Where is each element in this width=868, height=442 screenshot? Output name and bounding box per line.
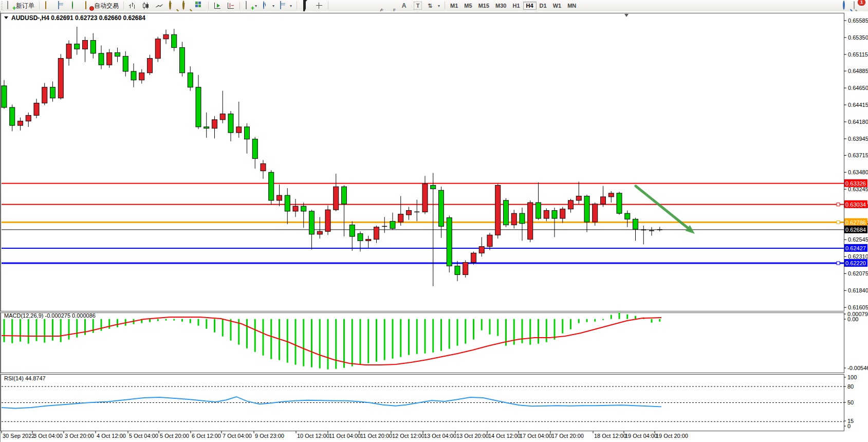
profile-button[interactable] — [42, 0, 55, 11]
arrows-icon: ⇅ — [428, 2, 436, 10]
chart-shift-icon — [227, 2, 235, 10]
svg-text:0.65115: 0.65115 — [848, 51, 868, 58]
periods-button[interactable]: ▾ — [260, 0, 277, 11]
svg-text:0.61605: 0.61605 — [848, 304, 868, 310]
timeframe-m5[interactable]: M5 — [461, 2, 475, 10]
svg-text:0.65350: 0.65350 — [848, 34, 868, 41]
toolbar-grip[interactable] — [1, 2, 3, 10]
svg-text:13 Oct 04:00: 13 Oct 04:00 — [424, 433, 456, 439]
new-order-label: 新订单 — [16, 2, 34, 10]
svg-text:0.63945: 0.63945 — [848, 136, 868, 142]
cursor-button[interactable] — [299, 0, 312, 11]
autotrading-icon — [85, 1, 86, 9]
svg-text:0.62075: 0.62075 — [848, 270, 868, 277]
chart-window[interactable]: 0.655850.653500.651150.648850.646500.644… — [0, 11, 868, 442]
search-button[interactable] — [842, 2, 851, 10]
svg-text:10 Oct 12:00: 10 Oct 12:00 — [297, 433, 329, 439]
svg-text:0.63715: 0.63715 — [848, 152, 868, 158]
svg-text:17 Oct 04:00: 17 Oct 04:00 — [520, 433, 552, 439]
svg-text:17 Oct 20:00: 17 Oct 20:00 — [551, 433, 584, 439]
terminal-icon — [58, 1, 59, 9]
svg-text:0.62427: 0.62427 — [845, 245, 866, 251]
zoom-out-button[interactable]: − — [179, 0, 193, 11]
indicators-icon — [246, 1, 247, 9]
timeframe-w1[interactable]: W1 — [550, 2, 565, 10]
timeframe-mn[interactable]: MN — [564, 2, 579, 10]
candlestick-icon — [142, 2, 150, 10]
svg-text:12 Oct 12:00: 12 Oct 12:00 — [392, 433, 424, 439]
svg-text:19 Oct 20:00: 19 Oct 20:00 — [656, 433, 688, 439]
timeframe-m15[interactable]: M15 — [475, 2, 492, 10]
bar-chart-button[interactable] — [126, 0, 139, 11]
svg-text:0.62786: 0.62786 — [845, 219, 866, 226]
svg-text:9 Oct 23:00: 9 Oct 23:00 — [255, 433, 284, 439]
templates-button[interactable]: ▾ — [277, 0, 294, 11]
chat-icon — [854, 1, 855, 9]
separator — [297, 2, 297, 10]
svg-text:19 Oct 04:00: 19 Oct 04:00 — [625, 433, 657, 439]
chat-button[interactable]: 1 — [854, 2, 862, 10]
line-chart-icon — [155, 2, 163, 10]
periods-icon — [263, 1, 264, 9]
search-icon — [843, 1, 845, 10]
line-chart-button[interactable] — [153, 0, 166, 11]
separator — [39, 2, 40, 10]
svg-text:50: 50 — [847, 399, 854, 406]
timeframe-m1[interactable]: M1 — [447, 2, 461, 10]
text-button[interactable]: A — [397, 0, 411, 11]
autotrading-button[interactable]: 自动交易 — [82, 0, 121, 11]
zoom-in-icon: + — [169, 1, 171, 10]
vertical-line-button[interactable] — [330, 0, 344, 11]
svg-text:0.61840: 0.61840 — [848, 287, 868, 293]
svg-text:0: 0 — [847, 423, 851, 429]
profile-icon — [45, 1, 46, 9]
channel-button[interactable] — [371, 0, 384, 11]
auto-scroll-button[interactable] — [211, 0, 224, 11]
horizontal-line-button[interactable] — [344, 0, 357, 11]
text-label-button[interactable]: T — [411, 0, 425, 11]
timeframe-group: M1M5M15M30H1H4D1W1MN — [447, 2, 579, 9]
arrows-button[interactable]: ⇅▾ — [425, 0, 442, 11]
svg-text:5 Oct 20:00: 5 Oct 20:00 — [160, 433, 189, 439]
fibonacci-button[interactable] — [384, 0, 397, 11]
svg-text:0.65585: 0.65585 — [848, 17, 868, 24]
svg-text:30 Sep 2022: 30 Sep 2022 — [3, 433, 34, 439]
text-label-icon: T — [414, 2, 422, 10]
timeframe-m30[interactable]: M30 — [492, 2, 509, 10]
signals-button[interactable] — [68, 0, 82, 11]
text-icon: A — [400, 2, 408, 10]
separator — [328, 2, 328, 10]
svg-text:AUDUSD-,H4 0.62691 0.62723 0.: AUDUSD-,H4 0.62691 0.62723 0.62660 0.626… — [11, 14, 145, 22]
crosshair-button[interactable] — [312, 0, 326, 11]
indicators-button[interactable]: ▾ — [242, 0, 260, 11]
svg-text:5 Oct 04:00: 5 Oct 04:00 — [129, 433, 158, 439]
svg-text:11 Oct 20:00: 11 Oct 20:00 — [360, 433, 392, 439]
new-order-button[interactable]: 新订单 — [4, 0, 37, 11]
svg-text:100: 100 — [847, 374, 857, 380]
svg-text:7 Oct 04:00: 7 Oct 04:00 — [223, 433, 252, 439]
candlestick-button[interactable] — [139, 0, 153, 11]
svg-text:13 Oct 20:00: 13 Oct 20:00 — [456, 433, 489, 439]
tile-windows-button[interactable] — [193, 0, 206, 11]
chart-shift-button[interactable] — [224, 0, 237, 11]
svg-text:-0.005464: -0.005464 — [847, 365, 868, 371]
svg-text:3 Oct 20:00: 3 Oct 20:00 — [65, 433, 94, 439]
notification-badge: 1 — [858, 0, 865, 6]
templates-icon — [280, 1, 281, 9]
chart-canvas[interactable]: 0.655850.653500.651150.648850.646500.644… — [0, 11, 868, 442]
zoom-in-button[interactable]: + — [166, 0, 179, 11]
crosshair-icon — [315, 2, 323, 10]
separator — [239, 2, 240, 10]
svg-text:0.64650: 0.64650 — [848, 85, 868, 91]
separator — [445, 2, 445, 10]
timeframe-d1[interactable]: D1 — [537, 2, 550, 10]
svg-text:0.64415: 0.64415 — [848, 102, 868, 108]
timeframe-h4[interactable]: H4 — [523, 2, 537, 10]
timeframe-h1[interactable]: H1 — [509, 2, 523, 10]
trendline-button[interactable] — [357, 0, 371, 11]
toolbar: 新订单 自动交易 + − ▾ ▾ ▾ A T ⇅▾ M1M5M15M30H1H4… — [0, 0, 868, 12]
svg-text:0.64180: 0.64180 — [848, 119, 868, 125]
terminal-button[interactable] — [55, 0, 68, 11]
svg-text:80: 80 — [847, 383, 854, 390]
auto-scroll-icon — [213, 2, 221, 10]
